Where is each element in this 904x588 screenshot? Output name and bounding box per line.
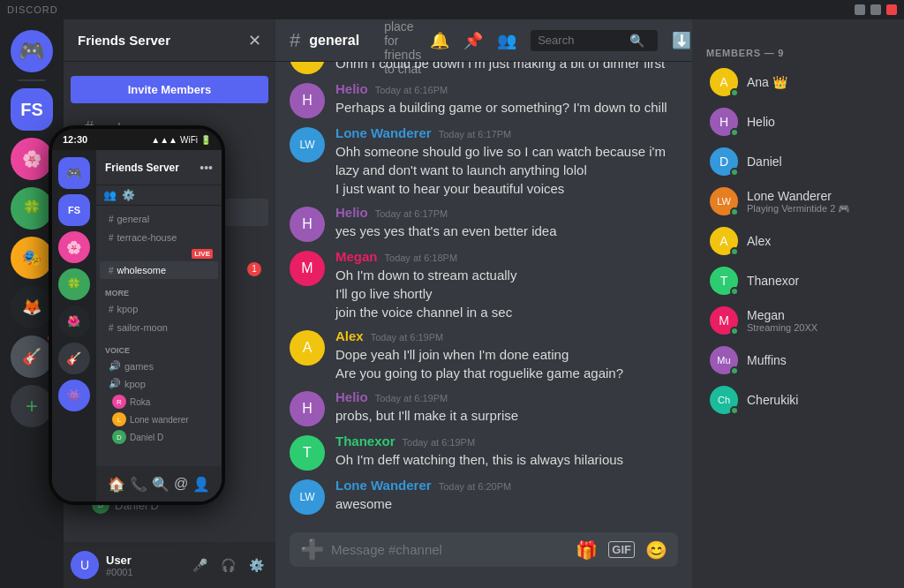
search-input[interactable] [538,34,626,47]
member-item-daniel[interactable]: D Daniel [699,142,897,181]
phone-menu-dots[interactable]: ••• [200,161,213,175]
message-content: HelioToday at 6:17PMyes yes yes that's a… [335,205,557,240]
member-item-muffins[interactable]: Mu Muffins [699,341,897,380]
phone-server-header[interactable]: Friends Server ••• [96,150,222,185]
phone-server-3[interactable]: 🍀 [58,268,90,300]
gift-icon[interactable]: 🎁 [576,539,598,561]
phone-voice-avatar-roka: R [112,395,126,409]
message-timestamp: Today at 6:18PM [385,253,458,263]
server-header[interactable]: Friends Server ✕ [64,19,275,62]
message-text: I just want to hear your beautiful voice… [335,179,678,198]
notification-bell-icon[interactable]: 🔔 [430,31,449,50]
member-name-lone: Lone Wanderer [747,189,850,203]
mute-button[interactable]: 🎤 [187,553,212,577]
phone-channel-general[interactable]: # general [100,210,218,228]
message-text: Oh I'm deff watching then, this is alway… [335,450,623,469]
phone-channel-terrace[interactable]: # terrace-house [100,229,218,246]
message-header: HelioToday at 6:16PM [335,81,667,96]
member-item-cherukiki[interactable]: Ch Cherukiki [699,381,897,419]
member-item-alex[interactable]: A Alex [699,222,897,260]
close-button[interactable] [886,4,897,15]
message-item: LWLone WandererToday at 6:17PMOhh someon… [275,122,692,201]
phone-voice-member-daniel[interactable]: D Daniel D [96,428,222,446]
phone-channel-sailor-moon[interactable]: # sailor-moon [100,319,218,336]
phone-voice-category[interactable]: VOICE [96,337,222,357]
member-item-helio[interactable]: H Helio [699,102,897,141]
member-item-megan[interactable]: M Megan Streaming 20XX [699,301,897,340]
user-avatar: U [71,551,99,579]
server-icon-3[interactable]: 🍀 [11,187,53,230]
phone-search-btn[interactable]: 🔍 [152,476,170,493]
server-name: Friends Server [78,33,170,48]
message-author[interactable]: Alex [335,328,364,343]
phone-voice-member-lone[interactable]: L Lone wanderer [96,411,222,428]
deafen-button[interactable]: 🎧 [215,553,240,577]
window-controls[interactable] [855,4,897,15]
settings-button[interactable]: ⚙️ [244,553,268,577]
phone-voice-kpop[interactable]: 🔊 kpop [100,375,218,392]
member-info-thanexor: Thanexor [747,274,799,288]
phone-server-name: Friends Server [105,162,179,174]
phone-mention-btn[interactable]: @ [174,476,188,492]
phone-channel-wholesome[interactable]: # wholesome [100,261,218,279]
member-status-alex [730,247,739,256]
phone-profile-btn[interactable]: 👤 [192,476,210,493]
message-header: MeganToday at 6:18PM [335,249,516,264]
add-attachment-icon[interactable]: ➕ [300,539,324,562]
members-sidebar: MEMBERS — 9 A Ana 👑 H Helio D [692,19,904,588]
maximize-button[interactable] [870,4,881,15]
phone-server-6[interactable]: 👾 [58,380,90,411]
phone-more-category[interactable]: MORE [96,280,222,299]
message-author[interactable]: Helio [335,205,368,220]
message-content: HelioToday at 6:16PMPerhaps a building g… [335,81,667,117]
server-icon-4[interactable]: 🎭 [11,237,53,279]
phone-status-bar: 12:30 ▲▲▲ WiFi 🔋 [52,129,222,150]
phone-server-friends[interactable]: FS [58,194,90,226]
message-input[interactable] [331,532,569,567]
member-item-thanexor[interactable]: T Thanexor [699,261,897,300]
message-author[interactable]: Lone Wanderer [335,478,432,493]
server-icon-5[interactable]: 🦊 [11,286,53,328]
message-author[interactable]: Lone Wanderer [335,125,432,140]
phone-home-btn[interactable]: 🏠 [108,476,125,493]
member-info-helio: Helio [747,115,775,129]
message-timestamp: Today at 6:16PM [375,85,448,95]
add-server-button[interactable]: + [11,385,53,427]
member-item-ana[interactable]: A Ana 👑 [699,63,897,102]
message-author[interactable]: Thanexor [335,433,396,449]
chat-input-box: ➕ 🎁 GIF 😊 [290,532,678,567]
invite-members-button[interactable]: Invite Members [71,76,268,103]
wifi-icon: WiFi [180,135,198,145]
search-bar[interactable]: 🔍 [531,30,658,51]
phone-members-icon[interactable]: 👥 [103,189,117,201]
phone-voice-member-roka[interactable]: R Roka [96,393,222,411]
message-text: Ohh someone should go live so I can watc… [335,142,678,179]
phone-server-4[interactable]: 🌺 [58,305,90,337]
emoji-icon[interactable]: 😊 [645,539,667,561]
pin-icon[interactable]: 📌 [463,31,483,50]
server-icon-2[interactable]: 🌸 [11,138,53,180]
message-author[interactable]: Helio [335,389,368,404]
messages-area: I'm craving a burritoLWLone WandererToda… [275,62,692,532]
server-menu-icon[interactable]: ✕ [248,31,261,50]
server-icon-discord[interactable]: 🎮 [11,30,53,72]
phone-voice-games[interactable]: 🔊 games [100,358,218,374]
phone-home-icon[interactable]: 🎮 [58,157,90,189]
gif-icon[interactable]: GIF [608,541,635,558]
member-name-daniel: Daniel [747,155,782,169]
phone-call-btn[interactable]: 📞 [130,476,147,493]
server-icon-6[interactable]: 🎸 [11,335,53,378]
message-author[interactable]: Megan [335,249,378,264]
phone-server-2[interactable]: 🌸 [58,231,90,263]
member-item-lone-wanderer[interactable]: LW Lone Wanderer Playing Vermintide 2 🎮 [699,182,897,221]
members-icon[interactable]: 👥 [497,31,516,50]
minimize-button[interactable] [855,4,865,15]
phone-settings-icon[interactable]: ⚙️ [122,189,135,201]
message-author[interactable]: Helio [335,81,368,96]
server-icon-friends[interactable]: FS [11,88,53,131]
phone-channel-kpop[interactable]: # kpop [100,300,218,318]
download-icon[interactable]: ⬇️ [672,31,691,50]
phone-server-5[interactable]: 🎸 [58,343,90,374]
message-text: Ohhh I could be down I'm just making a b… [335,62,665,72]
message-header: Lone WandererToday at 6:17PM [335,125,678,140]
